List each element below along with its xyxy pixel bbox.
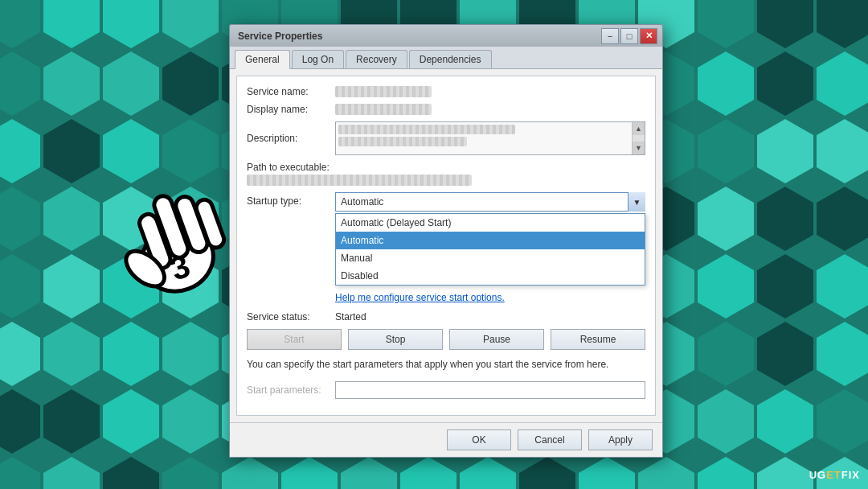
ok-button[interactable]: OK [447,429,511,450]
service-name-row: Service name: [247,86,645,97]
description-box: ▲ ▼ [335,121,645,155]
cancel-button[interactable]: Cancel [518,429,582,450]
scroll-up-arrow[interactable]: ▲ [633,122,645,135]
startup-type-row: Startup type: Automatic ▼ Automatic (Del… [247,192,645,212]
startup-type-combo[interactable]: Automatic [335,192,645,212]
display-name-value [335,104,432,115]
main-panel: Service name: Display name: Description:… [236,76,656,416]
info-text: You can specify the start parameters tha… [247,358,645,372]
service-name-value [335,86,432,97]
service-status-value: Started [335,311,366,323]
dialog-title: Service Properties [235,31,322,42]
description-label: Description: [247,133,335,144]
dropdown-option-manual[interactable]: Manual [336,249,645,267]
display-name-row: Display name: [247,104,645,115]
description-value [336,122,645,149]
tab-logon[interactable]: Log On [292,50,344,68]
pause-button[interactable]: Pause [449,329,544,350]
startup-type-label: Startup type: [247,192,335,207]
apply-button[interactable]: Apply [588,429,653,450]
path-label: Path to executable: [247,162,645,173]
start-button[interactable]: Start [247,329,342,350]
dialog-window: Service Properties − □ ✕ General Log On … [229,24,663,458]
scroll-down-arrow[interactable]: ▼ [633,142,645,154]
description-row: Description: ▲ ▼ [247,121,645,155]
combo-dropdown-arrow[interactable]: ▼ [628,192,645,212]
tab-bar: General Log On Recovery Dependencies [230,47,662,69]
tab-recovery[interactable]: Recovery [346,50,407,68]
tab-general[interactable]: General [235,50,290,69]
bottom-button-bar: OK Cancel Apply [230,422,662,457]
service-status-label: Service status: [247,311,335,323]
close-button[interactable]: ✕ [640,28,657,44]
watermark-fix: FIX [841,469,860,481]
path-value [247,175,472,186]
start-params-row: Start parameters: [247,381,645,399]
stop-button[interactable]: Stop [348,329,443,350]
startup-combo-wrapper: Automatic ▼ Automatic (Delayed Start) Au… [335,192,645,212]
title-bar-buttons: − □ ✕ [601,28,657,44]
watermark-ug: UG [809,469,827,481]
dialog-body: General Log On Recovery Dependencies Ser… [229,47,663,458]
watermark-et: ET [826,469,841,481]
description-scrollbar: ▲ ▼ [632,122,645,154]
resume-button[interactable]: Resume [551,329,645,350]
dropdown-option-delayed[interactable]: Automatic (Delayed Start) [336,214,645,232]
maximize-button[interactable]: □ [620,28,638,44]
display-name-label: Display name: [247,104,335,115]
title-bar: Service Properties − □ ✕ [229,24,663,47]
start-params-input[interactable] [335,381,645,399]
dropdown-option-automatic[interactable]: Automatic [336,232,645,249]
watermark: UGETFIX [809,469,860,481]
help-configure-link[interactable]: Help me configure service start options. [247,292,645,303]
startup-type-selected: Automatic [341,196,383,208]
dropdown-option-disabled[interactable]: Disabled [336,267,645,285]
path-row: Path to executable: [247,162,645,186]
service-status-row: Service status: Started [247,311,645,323]
minimize-button[interactable]: − [601,28,619,44]
start-params-label: Start parameters: [247,384,335,396]
startup-dropdown-list: Automatic (Delayed Start) Automatic Manu… [335,213,645,286]
service-name-label: Service name: [247,86,335,97]
service-control-buttons: Start Stop Pause Resume [247,329,645,350]
tab-dependencies[interactable]: Dependencies [409,50,492,68]
